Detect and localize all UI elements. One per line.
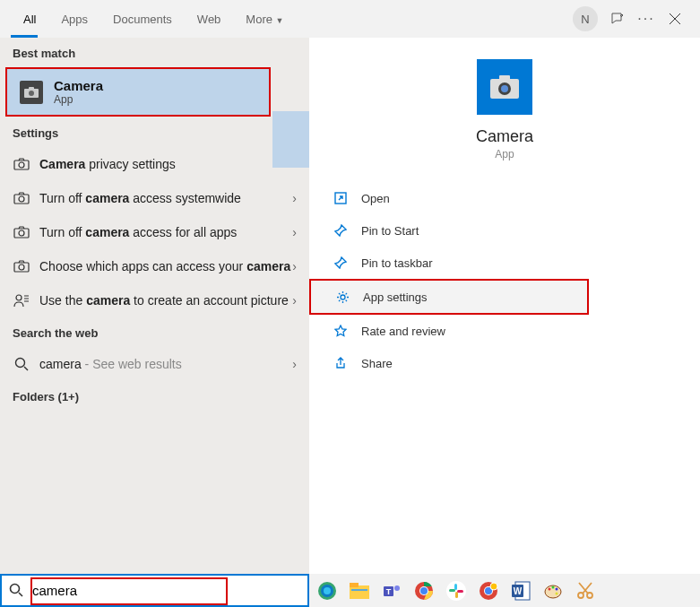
svg-point-10 bbox=[19, 264, 24, 270]
action-label: Share bbox=[361, 357, 393, 370]
search-box[interactable] bbox=[0, 574, 309, 607]
section-folders: Folders (1+) bbox=[0, 381, 309, 411]
search-icon bbox=[9, 583, 25, 599]
section-search-web: Search the web bbox=[0, 317, 309, 347]
taskbar-chrome2-icon[interactable] bbox=[476, 578, 501, 603]
svg-point-31 bbox=[420, 587, 428, 594]
best-match-title: Camera bbox=[54, 78, 103, 93]
camera-outline-icon bbox=[13, 257, 30, 275]
best-match-result[interactable]: Camera App bbox=[5, 67, 271, 117]
svg-point-6 bbox=[19, 196, 24, 202]
action-label: Open bbox=[361, 192, 390, 205]
tab-web[interactable]: Web bbox=[185, 4, 234, 35]
section-best-match: Best match bbox=[0, 38, 309, 67]
action-label: Rate and review bbox=[361, 325, 445, 338]
settings-row-systemwide[interactable]: Turn off camera access systemwide › bbox=[0, 181, 309, 215]
svg-rect-36 bbox=[457, 590, 463, 593]
svg-point-16 bbox=[501, 85, 508, 92]
detail-subtitle: App bbox=[495, 148, 514, 160]
taskbar-chrome-icon[interactable] bbox=[411, 578, 436, 603]
svg-point-12 bbox=[16, 359, 25, 368]
chevron-right-icon: › bbox=[292, 293, 297, 308]
camera-outline-icon bbox=[13, 189, 30, 207]
action-label: App settings bbox=[363, 290, 428, 304]
svg-point-45 bbox=[549, 587, 551, 590]
svg-point-8 bbox=[19, 230, 24, 236]
svg-rect-34 bbox=[449, 589, 455, 592]
svg-rect-25 bbox=[351, 589, 367, 591]
settings-row-text: Turn off camera access for all apps bbox=[39, 224, 292, 241]
svg-point-40 bbox=[490, 583, 497, 590]
svg-point-2 bbox=[29, 91, 34, 96]
tab-all[interactable]: All bbox=[11, 4, 48, 35]
search-icon bbox=[13, 355, 30, 373]
gear-icon bbox=[334, 289, 350, 305]
person-icon bbox=[13, 291, 30, 309]
tab-more[interactable]: More ▼ bbox=[233, 4, 296, 35]
results-pane: Best match Camera App Settings Camera pr… bbox=[0, 38, 309, 574]
svg-rect-35 bbox=[455, 592, 458, 598]
svg-text:T: T bbox=[386, 587, 392, 596]
svg-rect-23 bbox=[350, 585, 369, 599]
taskbar-edge-icon[interactable] bbox=[315, 578, 340, 603]
taskbar-paint-icon[interactable] bbox=[540, 578, 566, 603]
feedback-icon[interactable] bbox=[603, 4, 632, 33]
chevron-right-icon: › bbox=[292, 259, 297, 273]
settings-row-text: Choose which apps can access your camera bbox=[39, 258, 292, 275]
best-match-subtitle: App bbox=[54, 93, 103, 106]
search-input[interactable] bbox=[32, 583, 300, 598]
settings-row-privacy[interactable]: Camera privacy settings › bbox=[0, 147, 309, 181]
taskbar-slack-icon[interactable] bbox=[444, 578, 469, 603]
svg-rect-24 bbox=[350, 583, 359, 587]
chevron-right-icon: › bbox=[292, 191, 297, 205]
action-label: Pin to taskbar bbox=[361, 256, 433, 270]
web-search-row[interactable]: camera - See web results › bbox=[0, 347, 309, 381]
chevron-right-icon: › bbox=[292, 225, 297, 239]
svg-point-19 bbox=[11, 584, 20, 593]
action-rate[interactable]: Rate and review bbox=[309, 315, 700, 347]
svg-point-4 bbox=[19, 162, 24, 168]
more-options-icon[interactable]: ··· bbox=[632, 4, 661, 33]
taskbar-word-icon[interactable]: W bbox=[508, 578, 533, 603]
svg-rect-1 bbox=[29, 87, 34, 90]
taskbar: T W bbox=[0, 574, 700, 607]
chevron-right-icon: › bbox=[292, 357, 297, 371]
section-settings: Settings bbox=[0, 117, 309, 147]
action-pin-taskbar[interactable]: Pin to taskbar bbox=[309, 247, 700, 279]
user-avatar[interactable]: N bbox=[573, 6, 598, 31]
taskbar-snip-icon[interactable] bbox=[573, 578, 598, 603]
settings-row-choose-apps[interactable]: Choose which apps can access your camera… bbox=[0, 249, 309, 283]
action-app-settings[interactable]: App settings bbox=[309, 279, 589, 315]
settings-row-text: Use the camera to create an account pict… bbox=[39, 292, 292, 309]
settings-row-text: Camera privacy settings bbox=[39, 156, 292, 173]
detail-pane: Camera App Open Pin to Start Pin to task… bbox=[309, 38, 700, 574]
svg-point-22 bbox=[324, 587, 331, 594]
svg-point-11 bbox=[16, 295, 22, 300]
settings-row-text: Turn off camera access systemwide bbox=[39, 190, 292, 207]
open-icon bbox=[333, 190, 349, 206]
action-label: Pin to Start bbox=[361, 224, 419, 238]
action-share[interactable]: Share bbox=[309, 347, 700, 379]
tab-bar: All Apps Documents Web More ▼ N ··· bbox=[0, 0, 700, 38]
svg-rect-14 bbox=[499, 75, 510, 81]
star-icon bbox=[333, 323, 349, 339]
web-search-text: camera - See web results bbox=[39, 356, 292, 373]
svg-point-28 bbox=[394, 585, 400, 591]
tab-apps[interactable]: Apps bbox=[48, 4, 100, 35]
tab-documents[interactable]: Documents bbox=[100, 4, 185, 35]
taskbar-teams-icon[interactable]: T bbox=[379, 578, 404, 603]
pin-icon bbox=[333, 255, 349, 271]
detail-title: Camera bbox=[476, 127, 533, 146]
action-open[interactable]: Open bbox=[309, 182, 700, 214]
close-icon[interactable] bbox=[661, 4, 689, 33]
share-icon bbox=[333, 355, 349, 371]
svg-rect-33 bbox=[454, 584, 457, 590]
settings-row-allapps[interactable]: Turn off camera access for all apps › bbox=[0, 215, 309, 249]
taskbar-explorer-icon[interactable] bbox=[347, 578, 372, 603]
action-pin-start[interactable]: Pin to Start bbox=[309, 214, 700, 247]
camera-icon bbox=[20, 81, 43, 104]
app-tile[interactable] bbox=[477, 59, 532, 115]
svg-point-47 bbox=[556, 587, 558, 590]
settings-row-account-picture[interactable]: Use the camera to create an account pict… bbox=[0, 283, 309, 317]
pin-icon bbox=[333, 222, 349, 238]
